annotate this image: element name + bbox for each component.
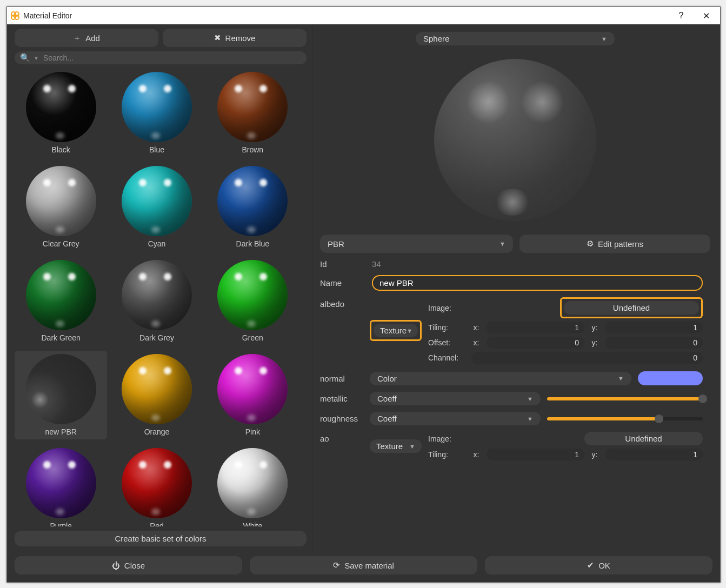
remove-button[interactable]: ✖ Remove: [163, 29, 307, 47]
material-grid: BlackBlueBrownClear GreyCyanDark BlueDar…: [15, 69, 307, 526]
material-type-dropdown[interactable]: PBR ▼: [320, 235, 513, 253]
remove-label: Remove: [225, 34, 256, 43]
material-sphere: [26, 72, 96, 142]
material-label: Dark Green: [41, 333, 80, 342]
albedo-offset-x[interactable]: 0: [487, 337, 584, 349]
metallic-mode-dropdown[interactable]: Coeff ▼: [370, 392, 541, 405]
metallic-label: metallic: [320, 394, 363, 403]
material-list-panel: ＋ Add ✖ Remove 🔍 ▼ BlackBlueBrownClear G…: [7, 24, 312, 551]
ao-mode-value: Texture: [376, 442, 409, 451]
material-item[interactable]: Red: [110, 445, 203, 526]
material-editor-window: Material Editor ? ✕ ＋ Add ✖ Remove 🔍 ▼: [6, 6, 721, 583]
material-item[interactable]: Brown: [207, 69, 299, 157]
material-item[interactable]: Dark Grey: [110, 257, 203, 345]
material-sphere: [217, 166, 288, 236]
material-sphere: [217, 72, 288, 142]
metallic-mode-value: Coeff: [377, 394, 527, 403]
albedo-tiling-x[interactable]: 1: [487, 322, 584, 333]
normal-color-swatch[interactable]: [638, 371, 703, 385]
y-axis-label: y:: [590, 338, 600, 347]
preview-area: [320, 45, 710, 235]
ok-button[interactable]: ✔ OK: [485, 556, 712, 574]
material-label: Cyan: [148, 239, 166, 248]
material-item[interactable]: Blue: [110, 69, 203, 157]
material-item[interactable]: Orange: [110, 351, 203, 439]
ao-image-label: Image:: [428, 435, 466, 443]
name-label: Name: [320, 278, 363, 288]
ok-label: OK: [598, 561, 610, 570]
normal-label: normal: [320, 374, 363, 383]
albedo-tiling-y[interactable]: 1: [605, 322, 703, 333]
ao-tiling-x[interactable]: 1: [487, 449, 584, 460]
material-item[interactable]: Green: [207, 257, 299, 345]
chevron-down-icon: ▼: [527, 396, 533, 402]
material-item[interactable]: Black: [15, 69, 107, 157]
help-button[interactable]: ?: [670, 11, 692, 21]
close-button[interactable]: ⏻ Close: [15, 556, 242, 574]
albedo-offset-y[interactable]: 0: [605, 337, 703, 349]
ao-image-button[interactable]: Undefined: [584, 432, 703, 445]
search-field[interactable]: 🔍 ▼: [15, 51, 307, 64]
albedo-image-button[interactable]: Undefined: [564, 301, 699, 315]
create-basic-colors-button[interactable]: Create basic set of colors: [15, 531, 307, 546]
save-label: Save material: [344, 561, 394, 570]
material-label: Clear Grey: [43, 239, 79, 248]
albedo-label: albedo: [320, 297, 363, 309]
x-axis-label: x:: [471, 450, 481, 459]
y-axis-label: y:: [590, 450, 600, 459]
material-item[interactable]: Dark Blue: [207, 163, 299, 251]
material-item[interactable]: Cyan: [110, 163, 203, 251]
material-item[interactable]: Pink: [207, 351, 299, 439]
chevron-down-icon: ▼: [499, 240, 505, 247]
add-label: Add: [85, 34, 100, 43]
close-window-button[interactable]: ✕: [695, 11, 717, 21]
albedo-channel[interactable]: 0: [471, 352, 703, 364]
material-sphere: [122, 448, 192, 518]
material-label: Dark Blue: [236, 239, 269, 248]
ao-mode-dropdown[interactable]: Texture ▼: [370, 439, 422, 453]
remove-icon: ✖: [214, 33, 221, 43]
ao-tiling-y[interactable]: 1: [605, 449, 703, 460]
tiling-label: Tiling:: [428, 323, 466, 332]
gear-icon: ⚙: [587, 239, 594, 249]
roughness-mode-dropdown[interactable]: Coeff ▼: [370, 412, 541, 425]
material-item[interactable]: new PBR: [15, 351, 107, 439]
material-sphere: [122, 354, 192, 424]
id-value: 34: [372, 259, 381, 269]
material-properties-panel: Sphere ▼ PBR ▼ ⚙ Edit patterns: [312, 24, 720, 551]
save-material-button[interactable]: ⟳ Save material: [250, 556, 477, 574]
edit-patterns-button[interactable]: ⚙ Edit patterns: [519, 235, 710, 253]
material-sphere: [122, 72, 192, 142]
material-name-input[interactable]: [372, 275, 703, 291]
preview-shape-dropdown[interactable]: Sphere ▼: [416, 32, 615, 45]
preview-sphere: [434, 59, 596, 221]
channel-label: Channel:: [428, 353, 466, 362]
preview-shape-value: Sphere: [423, 34, 601, 43]
material-label: White: [243, 522, 262, 526]
roughness-mode-value: Coeff: [377, 414, 527, 423]
material-item[interactable]: Clear Grey: [15, 163, 107, 251]
material-sphere: [26, 354, 96, 424]
roughness-label: roughness: [320, 414, 363, 423]
material-label: Red: [150, 522, 164, 526]
titlebar: Material Editor ? ✕: [7, 7, 720, 24]
material-item[interactable]: Dark Green: [15, 257, 107, 345]
id-label: Id: [320, 259, 363, 269]
material-item[interactable]: Purple: [15, 445, 107, 526]
dropdown-icon[interactable]: ▼: [34, 55, 39, 61]
ao-label: ao: [320, 432, 363, 443]
metallic-slider[interactable]: [547, 397, 703, 400]
edit-patterns-label: Edit patterns: [598, 239, 643, 249]
material-label: new PBR: [45, 427, 76, 436]
chevron-down-icon: ▼: [601, 36, 607, 42]
roughness-slider[interactable]: [547, 417, 703, 420]
offset-label: Offset:: [428, 338, 466, 347]
search-input[interactable]: [42, 53, 301, 63]
albedo-mode-dropdown[interactable]: Texture ▼: [374, 324, 418, 337]
add-button[interactable]: ＋ Add: [15, 29, 158, 47]
material-type-value: PBR: [328, 239, 499, 249]
normal-mode-dropdown[interactable]: Color ▼: [370, 372, 631, 385]
material-label: Black: [52, 145, 70, 154]
material-item[interactable]: White: [207, 445, 299, 526]
close-label: Close: [124, 561, 145, 570]
